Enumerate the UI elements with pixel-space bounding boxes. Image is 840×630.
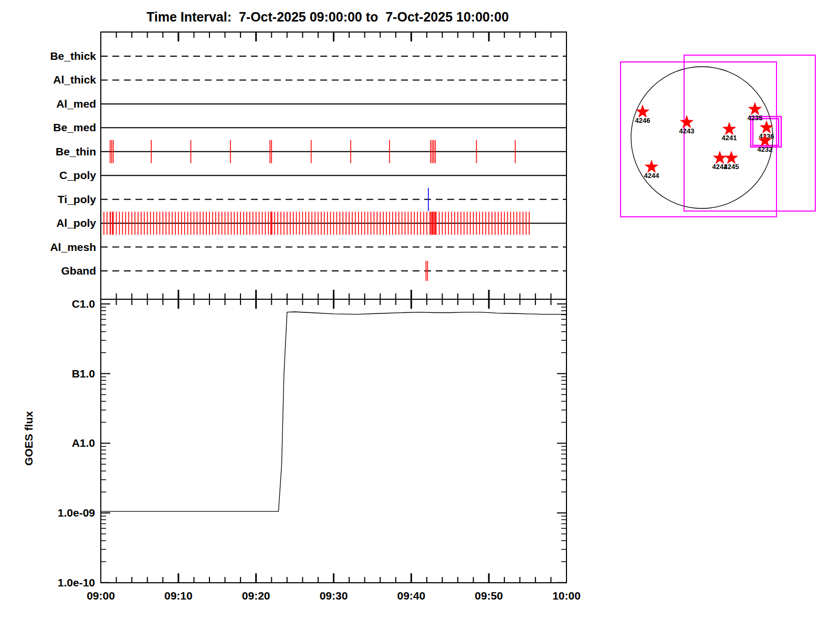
- filter-row-Be_thick: Be_thick: [50, 50, 566, 62]
- generated-charts: Be_thickAl_thickAl_medBe_medBe_thinC_pol…: [50, 32, 815, 602]
- active-region-label: 4241: [722, 134, 737, 142]
- active-region-label: 4244: [644, 172, 660, 180]
- goes-flux-chart: C1.0B1.0A1.01.0e-091.0e-1009:0009:1009:2…: [58, 298, 581, 602]
- active-region-star: [645, 160, 659, 173]
- y-tick-label: C1.0: [72, 298, 95, 310]
- filter-label-Al_poly: Al_poly: [56, 217, 96, 229]
- y-tick-label: B1.0: [72, 368, 95, 380]
- x-tick-label: 09:20: [242, 590, 270, 602]
- x-tick-label: 09:30: [320, 590, 348, 602]
- screenshot-root: Time Interval: 7-Oct-2025 09:00:00 to 7-…: [0, 0, 840, 630]
- plots-canvas: Time Interval: 7-Oct-2025 09:00:00 to 7-…: [0, 0, 840, 630]
- filter-label-Al_med: Al_med: [56, 98, 96, 110]
- filter-row-Ti_poly: Ti_poly: [58, 188, 566, 211]
- filter-label-Al_mesh: Al_mesh: [50, 241, 96, 253]
- filter-row-Be_med: Be_med: [53, 121, 566, 133]
- active-region-star: [722, 122, 737, 135]
- fov-box-2: [684, 55, 815, 211]
- active-region-label: 4243: [679, 127, 695, 135]
- active-region-star: [748, 102, 762, 115]
- y-tick-label: A1.0: [72, 437, 95, 449]
- active-region-label: 4232: [758, 145, 773, 153]
- active-region-star: [713, 151, 727, 164]
- filter-label-Be_med: Be_med: [53, 121, 96, 133]
- goes-flux-axis-label: GOES flux: [23, 411, 35, 466]
- active-region-4246: 4246: [635, 104, 650, 124]
- goes-flux-curve: [101, 312, 566, 511]
- y-tick-label: 1.0e-10: [58, 576, 95, 589]
- active-region-star: [680, 115, 694, 128]
- filter-row-C_poly: C_poly: [59, 169, 566, 181]
- active-region-4241: 4241: [722, 122, 737, 142]
- filter-label-Be_thick: Be_thick: [50, 50, 96, 62]
- active-region-label: 4246: [635, 117, 650, 124]
- y-tick-label: 1.0e-09: [58, 507, 95, 519]
- filter-timeline-chart: Be_thickAl_thickAl_medBe_medBe_thinC_pol…: [50, 32, 566, 299]
- active-region-star: [636, 104, 650, 118]
- active-region-4236: 4236: [759, 120, 774, 140]
- goes-y-axis: C1.0B1.0A1.01.0e-091.0e-10: [58, 298, 566, 589]
- page-title: Time Interval: 7-Oct-2025 09:00:00 to 7-…: [146, 9, 509, 24]
- filter-row-Be_thin: Be_thin: [56, 140, 566, 163]
- filter-label-Gband: Gband: [61, 265, 97, 277]
- x-tick-label: 10:00: [552, 590, 581, 602]
- solar-limb: [631, 67, 773, 208]
- filter-row-Al_thick: Al_thick: [53, 74, 566, 86]
- active-region-star: [724, 151, 739, 164]
- filter-label-Al_thick: Al_thick: [53, 74, 96, 86]
- active-region-label: 4245: [724, 163, 739, 171]
- active-region-4244: 4244: [644, 160, 660, 180]
- filter-row-Al_med: Al_med: [56, 98, 566, 110]
- x-tick-label: 09:00: [87, 590, 115, 602]
- active-region-4235: 4235: [748, 102, 763, 122]
- goes-frame: [101, 299, 566, 583]
- filter-row-Al_mesh: Al_mesh: [50, 241, 566, 253]
- x-tick-label: 09:10: [164, 590, 193, 602]
- filter-label-Be_thin: Be_thin: [56, 145, 96, 158]
- active-region-4243: 4243: [679, 115, 695, 135]
- active-region-label: 4235: [748, 114, 763, 122]
- x-tick-label: 09:40: [397, 590, 425, 602]
- filter-label-C_poly: C_poly: [59, 169, 96, 181]
- solar-disk-map: 424642434235424142364232424442424245: [621, 55, 815, 217]
- x-tick-label: 09:50: [475, 590, 503, 602]
- filter-label-Ti_poly: Ti_poly: [58, 193, 96, 205]
- timeline-frame: [101, 32, 566, 299]
- filter-row-Al_poly: Al_poly: [56, 212, 566, 235]
- filter-row-Gband: Gband: [61, 261, 567, 281]
- active-region-4245: 4245: [724, 151, 739, 171]
